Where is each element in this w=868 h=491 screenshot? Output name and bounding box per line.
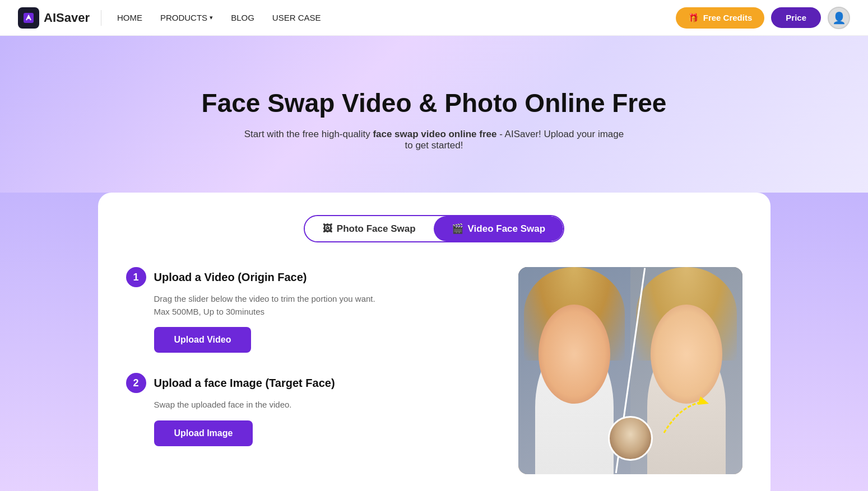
step-2-desc: Swap the uploaded face in the video. [154, 399, 485, 411]
gift-icon: 🎁 [688, 13, 699, 23]
step-1-number: 1 [126, 267, 146, 287]
user-icon: 👤 [832, 11, 846, 25]
nav-home[interactable]: HOME [117, 13, 142, 22]
nav-products[interactable]: PRODUCTS ▾ [160, 13, 213, 22]
steps-panel: 1 Upload a Video (Origin Face) Drag the … [126, 267, 485, 466]
nav-right: 🎁 Free Credits Price 👤 [676, 7, 850, 29]
logo-text: AISaver [44, 11, 90, 25]
logo[interactable]: AISaver [18, 7, 90, 29]
svg-marker-2 [698, 396, 709, 405]
free-credits-button[interactable]: 🎁 Free Credits [676, 7, 765, 29]
chevron-down-icon: ▾ [210, 14, 213, 21]
nav-user-case[interactable]: USER CASE [272, 13, 321, 22]
hero-subtitle: Start with the free high-quality face sw… [244, 129, 625, 151]
face-swap-visual [518, 267, 742, 474]
price-button[interactable]: Price [771, 7, 821, 28]
avatar[interactable]: 👤 [828, 7, 850, 29]
upload-image-button[interactable]: Upload Image [154, 420, 253, 446]
svg-point-1 [27, 17, 30, 19]
main-card: 🖼 Photo Face Swap 🎬 Video Face Swap 1 Up… [98, 193, 770, 491]
step-2-title: Upload a face Image (Target Face) [154, 377, 335, 390]
tab-video-face-swap[interactable]: 🎬 Video Face Swap [434, 216, 564, 241]
nav-divider [101, 10, 101, 26]
video-icon: 🎬 [452, 223, 463, 235]
step-1-title: Upload a Video (Origin Face) [154, 271, 307, 284]
content-area: 1 Upload a Video (Origin Face) Drag the … [126, 267, 742, 474]
upload-video-button[interactable]: Upload Video [154, 327, 252, 353]
step-1: 1 Upload a Video (Origin Face) Drag the … [126, 267, 485, 353]
main-section: 🖼 Photo Face Swap 🎬 Video Face Swap 1 Up… [0, 193, 868, 491]
navbar: AISaver HOME PRODUCTS ▾ BLOG USER CASE 🎁… [0, 0, 868, 36]
page-title: Face Swap Video & Photo Online Free [202, 88, 667, 118]
logo-icon [18, 7, 39, 29]
nav-links: HOME PRODUCTS ▾ BLOG USER CASE [117, 13, 676, 22]
photo-icon: 🖼 [323, 223, 332, 235]
nav-blog[interactable]: BLOG [231, 13, 254, 22]
step-2: 2 Upload a face Image (Target Face) Swap… [126, 373, 485, 446]
face-swap-preview [518, 267, 742, 474]
source-face-thumbnail [608, 416, 653, 461]
hero-section: Face Swap Video & Photo Online Free Star… [0, 36, 868, 193]
tab-bar: 🖼 Photo Face Swap 🎬 Video Face Swap [126, 215, 742, 242]
step-2-header: 2 Upload a face Image (Target Face) [126, 373, 485, 393]
step-1-header: 1 Upload a Video (Origin Face) [126, 267, 485, 287]
step-2-number: 2 [126, 373, 146, 393]
arrow-overlay [658, 394, 714, 441]
tab-photo-face-swap[interactable]: 🖼 Photo Face Swap [305, 216, 434, 241]
step-1-desc: Drag the slider below the video to trim … [154, 293, 485, 318]
tab-container: 🖼 Photo Face Swap 🎬 Video Face Swap [304, 215, 564, 242]
